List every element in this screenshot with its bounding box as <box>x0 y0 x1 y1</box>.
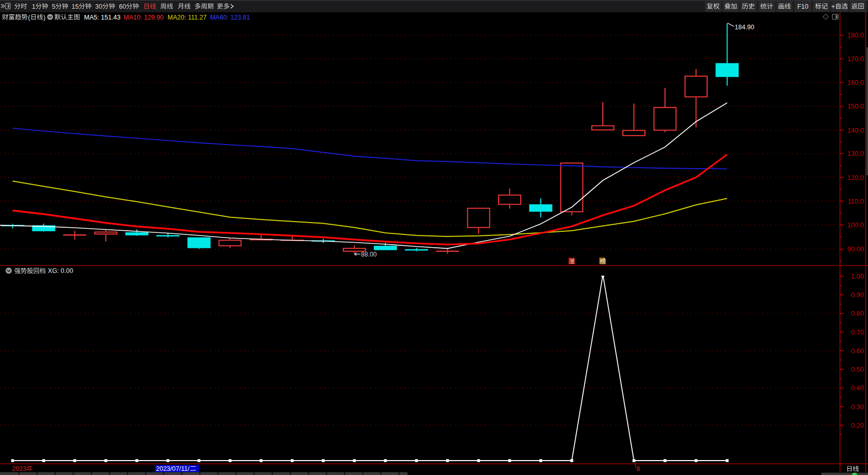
svg-text:0.70: 0.70 <box>851 328 864 336</box>
svg-text:2023/07/11/: 2023/07/11/ <box>156 465 190 472</box>
svg-text:0.80: 0.80 <box>851 309 864 317</box>
svg-text:88.00: 88.00 <box>361 251 377 258</box>
svg-text:110.0: 110.0 <box>847 197 864 205</box>
svg-text:MA10: 129.90: MA10: 129.90 <box>124 14 164 21</box>
svg-text:100.0: 100.0 <box>847 221 864 229</box>
svg-text:130.0: 130.0 <box>847 150 864 157</box>
svg-text:+: + <box>832 3 835 10</box>
svg-text:F10: F10 <box>797 3 808 10</box>
svg-text:90.00: 90.00 <box>847 245 864 253</box>
svg-text:140.0: 140.0 <box>847 126 864 134</box>
svg-text:2023: 2023 <box>12 465 27 472</box>
svg-text:0.90: 0.90 <box>851 291 864 299</box>
svg-text:150.0: 150.0 <box>847 102 864 110</box>
svg-text:8: 8 <box>636 465 640 472</box>
svg-text:MA5: 151.43: MA5: 151.43 <box>84 14 121 21</box>
svg-text:170.0: 170.0 <box>847 55 864 63</box>
svg-text:120.0: 120.0 <box>847 174 864 181</box>
svg-text:1: 1 <box>32 3 35 10</box>
svg-text:30: 30 <box>95 3 102 10</box>
svg-text:0.50: 0.50 <box>851 366 864 373</box>
svg-text:0.40: 0.40 <box>851 384 864 392</box>
svg-text:180.0: 180.0 <box>847 31 864 39</box>
svg-text:1.00: 1.00 <box>851 272 864 280</box>
svg-text:0.20: 0.20 <box>851 422 864 429</box>
svg-text:160.0: 160.0 <box>847 79 864 86</box>
svg-text:60: 60 <box>119 3 126 10</box>
svg-text:0.30: 0.30 <box>851 403 864 411</box>
svg-text:184.90: 184.90 <box>735 24 754 31</box>
svg-text:0.60: 0.60 <box>851 347 864 355</box>
svg-text:MA20: 111.27: MA20: 111.27 <box>168 14 207 21</box>
svg-text:XG: 0.00: XG: 0.00 <box>48 267 73 275</box>
svg-text:5: 5 <box>52 3 56 10</box>
svg-text:): ) <box>43 14 45 21</box>
svg-text:15: 15 <box>71 3 79 10</box>
svg-text:MA60: 123.81: MA60: 123.81 <box>210 14 250 21</box>
